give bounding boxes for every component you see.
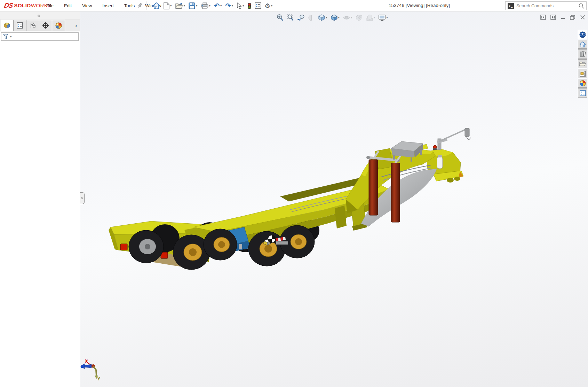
logo-solid-text: SOLID bbox=[14, 2, 31, 8]
appearances-sphere-icon bbox=[580, 80, 586, 86]
panel-collapse-handle[interactable] bbox=[80, 192, 85, 204]
zoom-to-fit-button[interactable] bbox=[276, 13, 284, 22]
display-style-button[interactable]: ▾ bbox=[330, 13, 341, 22]
view-settings-dropdown[interactable]: ▾ bbox=[386, 16, 388, 19]
ds-logo-glyph: DS bbox=[3, 2, 14, 9]
settings-dropdown[interactable]: ▾ bbox=[271, 4, 273, 7]
splitter-handle-dot[interactable] bbox=[38, 15, 40, 17]
title-bar: DS SOLIDWORKS File Edit View Insert Tool… bbox=[0, 0, 588, 11]
select-button[interactable]: ▾ bbox=[236, 2, 245, 10]
triad-x-label: X bbox=[85, 359, 88, 364]
menu-bar: File Edit View Insert Tools Window bbox=[45, 0, 162, 11]
view-orientation-dropdown[interactable]: ▾ bbox=[326, 16, 327, 19]
print-button[interactable]: ▾ bbox=[200, 2, 212, 10]
options-list-button[interactable] bbox=[254, 2, 262, 10]
hide-show-dropdown[interactable]: ▾ bbox=[351, 16, 352, 19]
document-window-controls bbox=[540, 15, 585, 20]
hide-show-items-button[interactable]: ▾ bbox=[342, 14, 353, 22]
section-view-button[interactable] bbox=[307, 14, 316, 22]
taskpane-home-button[interactable] bbox=[578, 40, 587, 49]
command-prompt-icon: >_ bbox=[508, 3, 514, 9]
select-dropdown[interactable]: ▾ bbox=[243, 4, 244, 7]
gear-icon: ⚙ bbox=[265, 3, 270, 9]
taskpane-appearances-button[interactable] bbox=[578, 79, 587, 88]
display-sphere-icon bbox=[55, 22, 62, 29]
tab-configurationmanager[interactable] bbox=[26, 20, 39, 31]
feature-manager-panel: › ▾ bbox=[0, 11, 80, 387]
menu-edit[interactable]: Edit bbox=[63, 2, 73, 9]
undo-icon: ↶ bbox=[214, 2, 220, 9]
panel-splitter-strip[interactable] bbox=[0, 11, 80, 20]
redo-dropdown[interactable]: ▾ bbox=[232, 4, 233, 7]
open-button[interactable]: ▾ bbox=[174, 2, 186, 10]
print-dropdown[interactable]: ▾ bbox=[209, 4, 211, 7]
tree-filter-row[interactable]: ▾ bbox=[1, 32, 79, 41]
filter-funnel-icon bbox=[3, 34, 9, 39]
taskpane-file-explorer-button[interactable] bbox=[578, 59, 587, 68]
restore-button[interactable] bbox=[570, 15, 575, 20]
tab-bar-expand-chevron[interactable]: › bbox=[65, 20, 80, 31]
solidworks-logo: DS SOLIDWORKS bbox=[4, 2, 51, 9]
triad-y-label: Y bbox=[97, 377, 100, 381]
taskpane-design-library-button[interactable] bbox=[578, 49, 587, 59]
custom-properties-icon bbox=[580, 90, 586, 96]
heads-up-view-toolbar: ▾ ▾ ▾ ▾ ▾ bbox=[276, 13, 389, 22]
settings-gear-button[interactable]: ⚙ ▾ bbox=[264, 2, 274, 10]
save-dropdown[interactable]: ▾ bbox=[196, 4, 198, 7]
view-orientation-button[interactable]: ▾ bbox=[317, 13, 328, 22]
collapse-handle-dot bbox=[81, 197, 83, 199]
trailer-3d-model[interactable] bbox=[80, 11, 588, 387]
close-icon[interactable] bbox=[580, 15, 585, 20]
design-library-icon bbox=[580, 51, 586, 57]
edit-appearance-button[interactable] bbox=[355, 13, 364, 22]
orientation-triad bbox=[80, 361, 98, 379]
menu-insert[interactable]: Insert bbox=[101, 2, 115, 9]
tab-featuremanager-design-tree[interactable] bbox=[1, 20, 14, 31]
folder-icon bbox=[579, 61, 586, 67]
taskpane-custom-properties-button[interactable] bbox=[578, 88, 587, 98]
previous-window-button[interactable] bbox=[540, 15, 546, 20]
view-palette-icon bbox=[580, 71, 586, 77]
tab-dimxpertmanager[interactable] bbox=[39, 20, 52, 31]
main-toolbar: ▾ ▾ ▾ ▾ ↶ ▾ ↷ ▾ ▾ bbox=[152, 0, 273, 11]
home-button[interactable] bbox=[152, 2, 161, 10]
task-pane-strip bbox=[578, 30, 588, 98]
menu-file[interactable]: File bbox=[45, 2, 55, 9]
redo-icon: ↷ bbox=[225, 2, 231, 9]
taskpane-view-palette-button[interactable] bbox=[578, 69, 587, 78]
rebuild-traffic-light-button[interactable] bbox=[247, 2, 252, 10]
tab-propertymanager[interactable] bbox=[14, 20, 26, 31]
display-style-dropdown[interactable]: ▾ bbox=[338, 16, 340, 19]
manager-tab-bar: › bbox=[0, 20, 80, 31]
part-icon bbox=[4, 22, 10, 29]
taskpane-3dexperience-button[interactable] bbox=[578, 30, 587, 39]
menu-view[interactable]: View bbox=[81, 2, 93, 9]
undo-dropdown[interactable]: ▾ bbox=[220, 4, 222, 7]
undo-button[interactable]: ↶ ▾ bbox=[213, 2, 223, 10]
minimize-button[interactable] bbox=[561, 15, 565, 20]
menu-tools[interactable]: Tools bbox=[123, 2, 136, 9]
toolbar-separator bbox=[146, 1, 146, 10]
triad-z-label: Z bbox=[81, 364, 83, 369]
search-input[interactable] bbox=[516, 3, 576, 8]
save-button[interactable]: ▾ bbox=[188, 2, 199, 10]
dimxpert-icon bbox=[42, 22, 49, 29]
new-document-button[interactable]: ▾ bbox=[162, 2, 173, 10]
filter-dropdown[interactable]: ▾ bbox=[10, 35, 12, 38]
zoom-to-area-button[interactable] bbox=[286, 13, 295, 22]
previous-view-button[interactable] bbox=[296, 14, 305, 22]
search-icon[interactable] bbox=[579, 3, 584, 9]
next-window-button[interactable] bbox=[550, 15, 556, 20]
redo-button[interactable]: ↷ ▾ bbox=[224, 2, 234, 10]
document-title: 153746 [Viewing] [Read-only] bbox=[362, 3, 477, 8]
open-dropdown[interactable]: ▾ bbox=[184, 4, 185, 7]
configuration-icon bbox=[30, 22, 36, 29]
tab-displaymanager[interactable] bbox=[52, 20, 65, 31]
graphics-viewport[interactable]: ▾ ▾ ▾ ▾ ▾ bbox=[80, 11, 588, 387]
apply-scene-dropdown[interactable]: ▾ bbox=[374, 16, 375, 19]
search-commands-box[interactable]: >_ bbox=[505, 1, 587, 10]
pin-toolbar-icon[interactable] bbox=[137, 2, 143, 10]
apply-scene-button[interactable]: ▾ bbox=[365, 13, 376, 22]
new-document-dropdown[interactable]: ▾ bbox=[170, 4, 172, 7]
view-settings-button[interactable]: ▾ bbox=[378, 14, 389, 22]
